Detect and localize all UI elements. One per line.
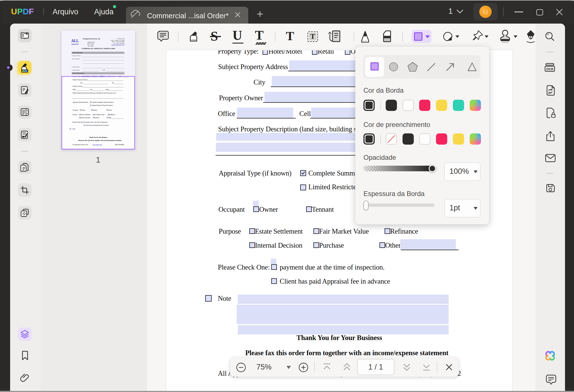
svg-text:OCR: OCR (546, 67, 553, 71)
